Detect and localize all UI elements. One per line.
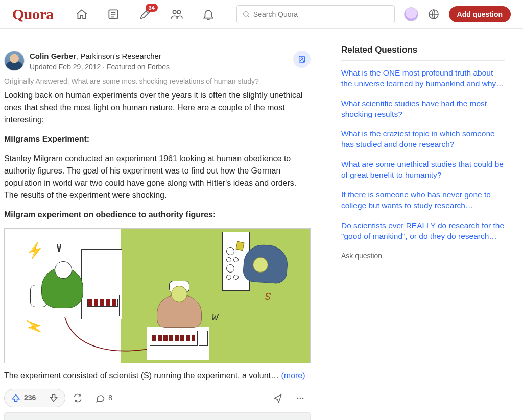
downvote-button[interactable] [42,389,65,407]
more-link[interactable]: (more) [281,371,305,380]
author-credential: , Parkinson's Researcher [76,52,161,60]
answer-body: Looking back on human experiments over t… [4,89,311,382]
intro-paragraph: Looking back on human experiments over t… [4,89,311,126]
svg-point-4 [173,10,176,14]
repost-button[interactable] [67,390,88,406]
section-heading-2: Milgram experiment on obedience to autho… [4,210,216,219]
svg-point-10 [301,58,302,59]
answer-card: Colin Gerber, Parkinson's Researcher Upd… [4,45,311,420]
related-link[interactable]: What is the ONE most profound truth abou… [341,68,505,89]
svg-point-5 [177,10,181,14]
more-options-button[interactable] [290,390,311,406]
section-heading-1: Milgrams Experiment: [4,135,89,143]
action-bar: 236 8 [4,389,311,407]
spaces-icon[interactable] [170,8,183,21]
illustration-image[interactable]: ⚡ ⚡ \/ [4,228,311,363]
related-link[interactable]: What are some unethical studies that cou… [341,159,505,181]
comment-count: 8 [108,393,112,403]
related-link[interactable]: What is the craziest topic in which some… [341,129,505,150]
related-link[interactable]: If there is someone who has never gone t… [341,190,505,211]
divider [4,38,311,38]
comments-summary[interactable]: 8 comments from Shefaly Yogendra and mor… [4,412,311,420]
quora-logo[interactable]: Quora [12,4,54,25]
share-button[interactable] [268,390,288,406]
search-icon [242,10,250,18]
svg-point-13 [302,398,304,399]
svg-line-7 [248,16,249,17]
svg-point-6 [244,11,248,16]
search-input[interactable] [253,10,389,18]
top-header: Quora 34 Add question [0,0,523,29]
header-right: Add question [404,6,511,22]
answer-badge: 34 [146,4,158,12]
related-link[interactable]: Do scientists ever REALLY do research fo… [341,220,505,242]
related-title: Related Questions [341,44,505,56]
paragraph-2: Stanley Milgram conducted an experiment … [4,153,311,202]
answer-meta: Updated Feb 29, 2012 · Featured on Forbe… [30,62,288,72]
originally-answered[interactable]: Originally Answered: What are some most … [4,77,311,87]
upvote-count: 236 [24,393,36,403]
svg-point-11 [297,398,299,399]
author-avatar[interactable] [4,51,25,71]
comment-button[interactable]: 8 [90,390,117,406]
divider [341,60,505,61]
subscribe-icon[interactable] [293,51,311,68]
home-icon[interactable] [75,8,88,21]
author-name[interactable]: Colin Gerber [30,52,76,60]
notifications-icon[interactable] [202,8,215,21]
nav-icons: 34 [75,8,215,21]
main-column: Colin Gerber, Parkinson's Researcher Upd… [4,29,311,420]
following-icon[interactable] [107,8,120,21]
search-box[interactable] [236,5,395,23]
related-link[interactable]: What scientific studies have had the mos… [341,98,505,120]
add-question-button[interactable]: Add question [449,6,511,22]
user-avatar[interactable] [404,7,418,21]
vote-pill: 236 [4,389,65,407]
svg-point-12 [300,398,301,399]
upvote-button[interactable]: 236 [5,389,42,407]
truncated-text: The experiment consisted of scientist (S… [4,371,281,380]
language-icon[interactable] [427,8,440,20]
ask-question-link[interactable]: Ask question [341,251,505,261]
answer-icon[interactable]: 34 [138,8,152,21]
sidebar: Related Questions What is the ONE most p… [341,29,505,420]
